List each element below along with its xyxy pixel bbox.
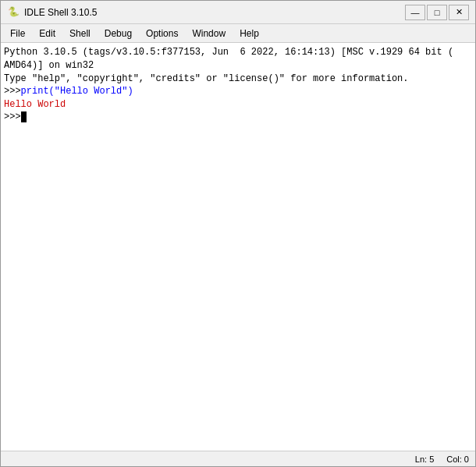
menu-shell[interactable]: Shell xyxy=(63,27,97,41)
prompt-line-1: >>> print("Hello World") xyxy=(4,85,472,98)
minimize-button[interactable]: — xyxy=(405,5,425,20)
title-bar-left: 🐍 IDLE Shell 3.10.5 xyxy=(7,6,97,19)
command-text: print("Hello World") xyxy=(21,85,133,98)
menu-bar: File Edit Shell Debug Options Window Hel… xyxy=(1,24,475,43)
output-line-2: AMD64)] on win32 xyxy=(4,59,472,73)
menu-help[interactable]: Help xyxy=(233,27,265,41)
cursor-line[interactable]: >>> xyxy=(4,111,472,122)
menu-debug[interactable]: Debug xyxy=(98,27,138,41)
menu-options[interactable]: Options xyxy=(140,27,184,41)
prompt-symbol-1: >>> xyxy=(4,85,21,98)
menu-file[interactable]: File xyxy=(4,27,31,41)
menu-window[interactable]: Window xyxy=(186,27,232,41)
output-hello-world: Hello World xyxy=(4,98,472,111)
menu-edit[interactable]: Edit xyxy=(33,27,62,41)
title-bar-controls: — □ ✕ xyxy=(405,5,469,20)
output-line-3: Type "help", "copyright", "credits" or "… xyxy=(4,73,472,86)
app-icon: 🐍 xyxy=(7,6,20,19)
title-bar: 🐍 IDLE Shell 3.10.5 — □ ✕ xyxy=(1,1,475,24)
close-button[interactable]: ✕ xyxy=(449,5,469,20)
maximize-button[interactable]: □ xyxy=(427,5,447,20)
window-title: IDLE Shell 3.10.5 xyxy=(24,7,97,18)
output-line-1: Python 3.10.5 (tags/v3.10.5:f377153, Jun… xyxy=(4,46,472,59)
status-line: Ln: 5 xyxy=(415,455,434,464)
status-col: Col: 0 xyxy=(446,455,469,464)
text-cursor xyxy=(21,111,27,122)
prompt-symbol-2: >>> xyxy=(4,111,21,122)
shell-content[interactable]: Python 3.10.5 (tags/v3.10.5:f377153, Jun… xyxy=(1,43,475,451)
idle-window: 🐍 IDLE Shell 3.10.5 — □ ✕ File Edit Shel… xyxy=(0,0,476,467)
status-bar: Ln: 5 Col: 0 xyxy=(1,451,475,466)
